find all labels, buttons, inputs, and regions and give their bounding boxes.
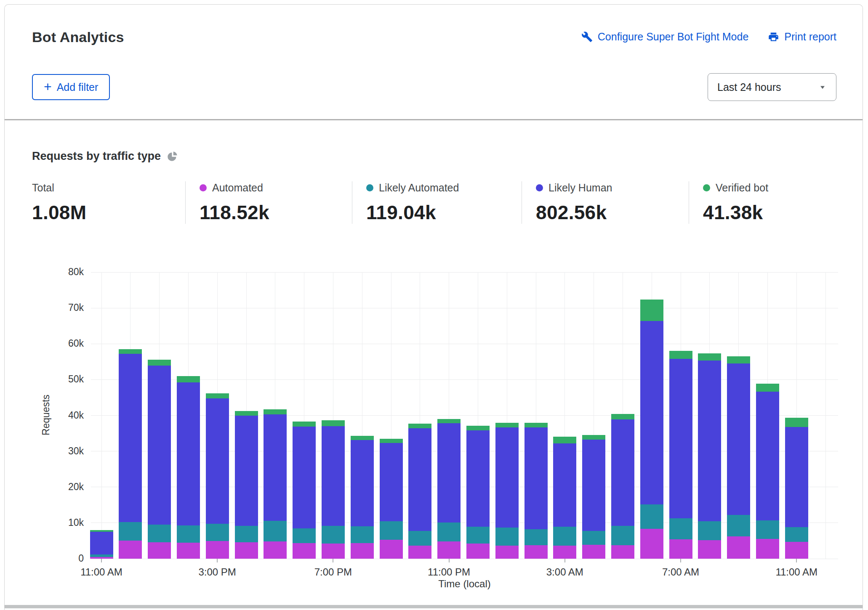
bar-segment-verified-bot[interactable] bbox=[264, 409, 287, 414]
bar-segment-likely-human[interactable] bbox=[177, 382, 200, 525]
bar-2-00-pm-3[interactable] bbox=[177, 376, 200, 559]
bar-segment-automated[interactable] bbox=[293, 543, 316, 559]
bar-segment-automated[interactable] bbox=[669, 539, 692, 559]
bar-segment-automated[interactable] bbox=[408, 546, 431, 559]
bar-11-00-pm-12[interactable] bbox=[437, 419, 461, 559]
bar-segment-likely-human[interactable] bbox=[235, 416, 258, 525]
print-report-link[interactable]: Print report bbox=[768, 31, 836, 43]
bar-segment-automated[interactable] bbox=[553, 546, 576, 559]
bar-segment-verified-bot[interactable] bbox=[785, 418, 808, 427]
bar-segment-verified-bot[interactable] bbox=[206, 393, 229, 398]
bar-segment-likely-human[interactable] bbox=[727, 363, 750, 515]
bar-segment-likely-human[interactable] bbox=[553, 443, 576, 527]
bar-11-00-am-24[interactable] bbox=[785, 418, 808, 559]
bar-segment-likely-automated[interactable] bbox=[408, 531, 431, 546]
bar-segment-verified-bot[interactable] bbox=[582, 435, 605, 440]
bar-segment-automated[interactable] bbox=[611, 545, 634, 559]
bar-11-00-am-0[interactable] bbox=[90, 530, 113, 559]
bar-segment-automated[interactable] bbox=[698, 540, 721, 559]
bar-segment-verified-bot[interactable] bbox=[90, 530, 113, 532]
bar-segment-likely-automated[interactable] bbox=[148, 525, 171, 542]
bar-segment-likely-automated[interactable] bbox=[525, 529, 548, 545]
bar-segment-likely-automated[interactable] bbox=[380, 521, 403, 539]
bar-9-00-pm-10[interactable] bbox=[380, 439, 403, 559]
bar-segment-likely-human[interactable] bbox=[90, 532, 113, 554]
bar-segment-likely-automated[interactable] bbox=[466, 527, 490, 544]
bar-segment-likely-automated[interactable] bbox=[698, 521, 721, 540]
bar-segment-likely-human[interactable] bbox=[148, 366, 171, 525]
bar-segment-automated[interactable] bbox=[148, 542, 171, 559]
bar-segment-automated[interactable] bbox=[351, 543, 374, 559]
bar-segment-verified-bot[interactable] bbox=[293, 422, 316, 427]
bar-segment-likely-automated[interactable] bbox=[785, 527, 808, 542]
bar-segment-verified-bot[interactable] bbox=[611, 414, 634, 419]
bar-segment-automated[interactable] bbox=[640, 529, 663, 559]
bar-segment-likely-human[interactable] bbox=[495, 427, 519, 528]
bar-segment-verified-bot[interactable] bbox=[525, 423, 548, 427]
bar-segment-likely-automated[interactable] bbox=[293, 528, 316, 544]
bar-segment-likely-automated[interactable] bbox=[553, 527, 576, 545]
configure-super-bot-fight-mode-link[interactable]: Configure Super Bot Fight Mode bbox=[581, 31, 749, 43]
bar-segment-likely-human[interactable] bbox=[437, 423, 461, 522]
bar-segment-verified-bot[interactable] bbox=[437, 419, 461, 423]
bar-3-00-pm-4[interactable] bbox=[206, 393, 229, 559]
bar-segment-verified-bot[interactable] bbox=[756, 384, 779, 392]
bar-segment-automated[interactable] bbox=[756, 539, 779, 559]
bar-1-00-pm-2[interactable] bbox=[148, 360, 171, 559]
bar-10-00-am-23[interactable] bbox=[756, 384, 779, 559]
bar-12-00-am-13[interactable] bbox=[466, 426, 490, 559]
bar-segment-likely-human[interactable] bbox=[785, 427, 808, 527]
bar-4-00-pm-5[interactable] bbox=[235, 411, 258, 559]
bar-segment-likely-automated[interactable] bbox=[177, 525, 200, 543]
bar-segment-likely-automated[interactable] bbox=[669, 518, 692, 539]
bar-segment-verified-bot[interactable] bbox=[727, 356, 750, 363]
bar-segment-automated[interactable] bbox=[264, 541, 287, 559]
bar-segment-likely-automated[interactable] bbox=[495, 528, 519, 546]
bar-segment-likely-automated[interactable] bbox=[264, 521, 287, 541]
bar-2-00-am-15[interactable] bbox=[525, 423, 548, 559]
bar-segment-likely-human[interactable] bbox=[698, 361, 721, 521]
add-filter-button[interactable]: + Add filter bbox=[32, 74, 110, 100]
bar-segment-verified-bot[interactable] bbox=[148, 360, 171, 366]
bar-8-00-pm-9[interactable] bbox=[351, 436, 374, 559]
bar-segment-likely-automated[interactable] bbox=[437, 522, 461, 541]
bar-segment-automated[interactable] bbox=[495, 546, 519, 559]
bar-segment-likely-automated[interactable] bbox=[756, 520, 779, 539]
bar-segment-automated[interactable] bbox=[90, 557, 113, 559]
bar-segment-verified-bot[interactable] bbox=[553, 437, 576, 443]
bar-segment-likely-human[interactable] bbox=[206, 398, 229, 524]
bar-segment-likely-automated[interactable] bbox=[322, 526, 345, 544]
bar-segment-likely-human[interactable] bbox=[380, 443, 403, 521]
bar-8-00-am-21[interactable] bbox=[698, 353, 721, 559]
bar-segment-automated[interactable] bbox=[322, 544, 345, 559]
bar-segment-likely-human[interactable] bbox=[582, 440, 605, 531]
bar-segment-automated[interactable] bbox=[235, 542, 258, 559]
bar-segment-automated[interactable] bbox=[177, 543, 200, 559]
bar-9-00-am-22[interactable] bbox=[727, 356, 750, 559]
bar-6-00-pm-7[interactable] bbox=[293, 422, 316, 559]
bar-segment-automated[interactable] bbox=[466, 544, 490, 559]
bar-segment-automated[interactable] bbox=[582, 545, 605, 559]
time-range-dropdown[interactable]: Last 24 hours bbox=[708, 73, 836, 101]
bar-segment-automated[interactable] bbox=[380, 540, 403, 559]
bar-1-00-am-14[interactable] bbox=[495, 423, 519, 559]
bar-segment-likely-human[interactable] bbox=[322, 426, 345, 526]
bar-segment-verified-bot[interactable] bbox=[408, 424, 431, 428]
bar-segment-automated[interactable] bbox=[437, 541, 461, 559]
bar-segment-verified-bot[interactable] bbox=[466, 426, 490, 430]
bar-segment-likely-automated[interactable] bbox=[582, 531, 605, 545]
bar-segment-likely-automated[interactable] bbox=[611, 526, 634, 545]
bar-5-00-pm-6[interactable] bbox=[264, 409, 287, 559]
bar-segment-likely-automated[interactable] bbox=[235, 526, 258, 542]
bar-segment-automated[interactable] bbox=[119, 541, 142, 559]
bar-segment-likely-human[interactable] bbox=[756, 392, 779, 520]
bar-segment-likely-automated[interactable] bbox=[119, 522, 142, 540]
bar-segment-likely-human[interactable] bbox=[264, 414, 287, 521]
bar-segment-likely-human[interactable] bbox=[408, 428, 431, 530]
bar-7-00-pm-8[interactable] bbox=[322, 420, 345, 559]
bar-segment-likely-human[interactable] bbox=[351, 440, 374, 526]
bar-segment-verified-bot[interactable] bbox=[495, 423, 519, 427]
bar-segment-likely-automated[interactable] bbox=[727, 515, 750, 536]
bar-segment-verified-bot[interactable] bbox=[698, 353, 721, 361]
bar-segment-verified-bot[interactable] bbox=[322, 420, 345, 426]
